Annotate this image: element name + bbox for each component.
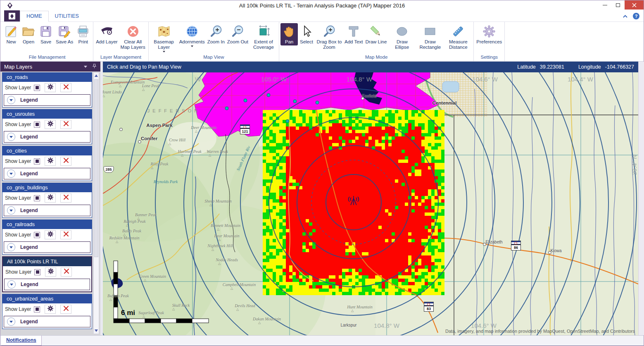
- clear-all-map-layers-button[interactable]: Clear All Map Layers: [119, 23, 147, 51]
- draw-line-button[interactable]: Draw Line: [364, 23, 388, 45]
- latitude-label: Latitude: [517, 64, 535, 70]
- collapse-ribbon-icon[interactable]: [623, 12, 628, 20]
- tab-home[interactable]: HOME: [20, 11, 49, 22]
- remove-icon: [63, 157, 69, 165]
- scroll-down-icon[interactable]: [95, 329, 98, 332]
- layer-settings-button[interactable]: [45, 193, 56, 203]
- save-button[interactable]: Save: [37, 23, 55, 45]
- layer-settings-button[interactable]: [45, 157, 56, 166]
- map-canvas[interactable]: Aspen ParkConiferCentennialFoxfieldEliza…: [103, 72, 638, 335]
- show-layer-checkbox[interactable]: [34, 195, 40, 201]
- layer-name[interactable]: co_railroads: [2, 220, 92, 229]
- pan-button[interactable]: Pan: [280, 23, 298, 45]
- ribbon-group-settings: PreferencesSettings: [474, 22, 505, 61]
- maximize-button[interactable]: [611, 0, 625, 10]
- legend-expander[interactable]: Legend: [4, 316, 90, 327]
- layer-name[interactable]: co_urbanized_areas: [2, 294, 92, 303]
- group-label: Settings: [475, 54, 503, 61]
- legend-expander[interactable]: Legend: [4, 205, 90, 216]
- select-button[interactable]: Select: [298, 23, 315, 45]
- expand-icon[interactable]: [7, 206, 15, 215]
- expand-icon[interactable]: [7, 96, 15, 104]
- layer-settings-button[interactable]: [45, 230, 56, 239]
- expand-icon[interactable]: [7, 317, 15, 326]
- legend-expander[interactable]: Legend: [4, 168, 90, 179]
- pan-icon: [282, 24, 296, 38]
- drag-box-to-zoom-button[interactable]: Drag Box to Zoom: [315, 23, 343, 51]
- add-text-button[interactable]: Add Text: [343, 23, 364, 45]
- lake: [442, 81, 459, 92]
- remove-layer-button[interactable]: [61, 267, 72, 277]
- longitude-label: Longitude: [578, 64, 601, 70]
- show-layer-checkbox[interactable]: [34, 269, 40, 275]
- ribbon: NewOpenSaveSave AsPrintFile ManagementAd…: [0, 22, 644, 62]
- layer-name[interactable]: co_roads: [2, 73, 92, 82]
- group-label: Map View: [150, 54, 278, 61]
- draw-rectangle-button[interactable]: Draw Rectangle: [416, 23, 444, 51]
- layer-name[interactable]: co_usroutes: [2, 110, 92, 119]
- preferences-button[interactable]: Preferences: [475, 23, 503, 45]
- expand-icon[interactable]: [7, 243, 15, 251]
- gear-icon: [47, 194, 54, 202]
- pin-icon[interactable]: [92, 64, 97, 70]
- layer-settings-button[interactable]: [45, 267, 56, 277]
- gear-icon: [47, 120, 54, 129]
- legend-label: Legend: [20, 171, 38, 177]
- show-layer-checkbox[interactable]: [34, 158, 40, 165]
- legend-expander[interactable]: Legend: [4, 241, 90, 253]
- basemap-layer-button[interactable]: Basemap Layer: [150, 23, 178, 53]
- show-layer-checkbox[interactable]: [34, 85, 40, 91]
- zoom-in-button[interactable]: Zoom In: [206, 23, 226, 45]
- remove-layer-button[interactable]: [60, 120, 71, 129]
- new-button[interactable]: New: [2, 23, 20, 45]
- minimize-button[interactable]: [598, 0, 611, 10]
- save-as-button[interactable]: Save As: [55, 23, 74, 45]
- remove-layer-button[interactable]: [60, 83, 71, 92]
- zoom-out-button[interactable]: Zoom Out: [226, 23, 250, 45]
- print-button[interactable]: Print: [74, 23, 92, 45]
- open-button[interactable]: Open: [20, 23, 37, 45]
- expand-icon[interactable]: [7, 280, 16, 289]
- layer-name[interactable]: co_cities: [2, 146, 92, 155]
- layer-settings-button[interactable]: [45, 305, 56, 314]
- scroll-up-icon[interactable]: [95, 74, 98, 77]
- panel-menu-caret-icon[interactable]: [84, 66, 87, 68]
- remove-layer-button[interactable]: [60, 230, 71, 239]
- draw-ellipse-button[interactable]: Draw Ellipse: [388, 23, 416, 51]
- adornments-button[interactable]: Adornments: [178, 23, 206, 48]
- notifications-tab[interactable]: Notifications: [1, 336, 42, 346]
- sidebar-scrollbar[interactable]: [93, 72, 99, 334]
- show-layer-checkbox[interactable]: [34, 122, 40, 128]
- tab-utilities[interactable]: UTILITIES: [49, 11, 85, 21]
- legend-expander[interactable]: Legend: [4, 131, 90, 143]
- expand-icon[interactable]: [7, 169, 15, 178]
- show-layer-checkbox[interactable]: [34, 306, 40, 313]
- scale-label: 6 mi: [121, 309, 135, 317]
- expand-icon[interactable]: [7, 133, 15, 141]
- remove-icon: [63, 121, 69, 128]
- legend-expander[interactable]: Legend: [4, 94, 90, 106]
- adornments-icon: [185, 24, 199, 38]
- show-layer-label: Show Layer: [5, 269, 31, 275]
- layer-name[interactable]: co_gnis_buildings: [2, 183, 92, 192]
- legend-expander[interactable]: Legend: [4, 279, 90, 290]
- show-layer-checkbox[interactable]: [34, 232, 40, 238]
- help-icon[interactable]: ?: [633, 13, 639, 19]
- layer-settings-button[interactable]: [45, 83, 56, 92]
- extent-of-coverage-button[interactable]: Extent of Coverage: [250, 23, 278, 51]
- show-layer-label: Show Layer: [5, 232, 31, 238]
- map-header-bar: Click and Drag to Pan Map View Latitude3…: [103, 62, 638, 72]
- layer-settings-button[interactable]: [45, 120, 56, 129]
- close-button[interactable]: [625, 0, 644, 10]
- remove-layer-button[interactable]: [60, 193, 71, 203]
- draw-line-icon: [369, 24, 383, 38]
- remove-layer-button[interactable]: [60, 305, 71, 314]
- measure-distance-button[interactable]: Measure Distance: [444, 23, 472, 51]
- app-menu-button[interactable]: [4, 10, 20, 21]
- print-icon: [76, 24, 90, 38]
- scrollbar-thumb[interactable]: [94, 79, 98, 257]
- drag-zoom-icon: [322, 24, 336, 38]
- layer-name[interactable]: All 100k Points LR TIL: [3, 257, 91, 266]
- remove-layer-button[interactable]: [60, 157, 71, 166]
- add-layer-button[interactable]: Add Layer: [95, 23, 119, 45]
